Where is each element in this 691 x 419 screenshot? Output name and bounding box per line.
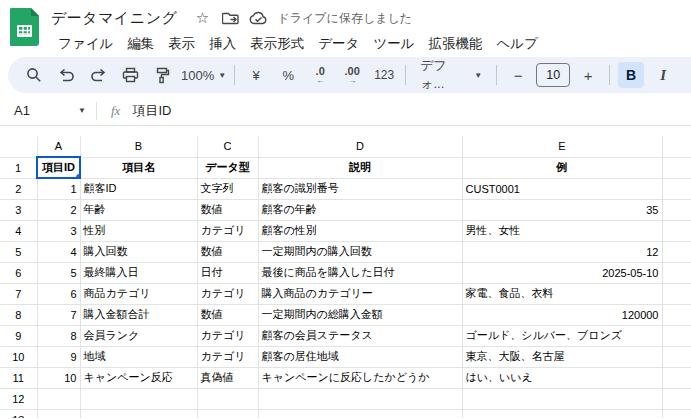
- cell-C12[interactable]: [197, 388, 258, 409]
- print-icon[interactable]: [117, 62, 143, 88]
- star-icon[interactable]: ☆: [191, 8, 213, 28]
- format-currency-button[interactable]: ¥: [243, 62, 269, 88]
- cell-E10[interactable]: 東京、大阪、名古屋: [462, 346, 662, 367]
- menu-item-4[interactable]: 表示形式: [243, 32, 311, 56]
- cell-C4[interactable]: カテゴリ: [197, 220, 258, 241]
- cell-D13[interactable]: [258, 409, 462, 418]
- column-header-A[interactable]: A: [37, 136, 80, 157]
- menu-item-1[interactable]: 編集: [120, 32, 161, 56]
- increase-font-size-button[interactable]: +: [575, 62, 601, 88]
- cell-E2[interactable]: CUST0001: [462, 178, 662, 199]
- undo-icon[interactable]: [53, 62, 79, 88]
- cell-B7[interactable]: 商品カテゴリ: [80, 283, 197, 304]
- cell-C7[interactable]: カテゴリ: [197, 283, 258, 304]
- cell-E9[interactable]: ゴールド、シルバー、ブロンズ: [462, 325, 662, 346]
- cell-D2[interactable]: 顧客の識別番号: [258, 178, 462, 199]
- cell-E12[interactable]: [462, 388, 662, 409]
- row-header-1[interactable]: 1: [0, 157, 37, 178]
- cell-E8[interactable]: 120000: [462, 304, 662, 325]
- cell-A1[interactable]: 項目ID: [37, 157, 80, 178]
- column-header-F[interactable]: [662, 136, 691, 157]
- cell-D10[interactable]: 顧客の居住地域: [258, 346, 462, 367]
- cell-F1[interactable]: [662, 157, 691, 178]
- cell-C1[interactable]: データ型: [197, 157, 258, 178]
- cell-F9[interactable]: [662, 325, 691, 346]
- formula-input[interactable]: 項目ID: [132, 102, 171, 120]
- column-header-C[interactable]: C: [197, 136, 258, 157]
- fill-handle[interactable]: [76, 174, 80, 178]
- decrease-font-size-button[interactable]: −: [505, 62, 531, 88]
- cell-F13[interactable]: [662, 409, 691, 418]
- cell-D4[interactable]: 顧客の性別: [258, 220, 462, 241]
- menu-item-8[interactable]: ヘルプ: [490, 32, 545, 56]
- cell-F7[interactable]: [662, 283, 691, 304]
- cell-C6[interactable]: 日付: [197, 262, 258, 283]
- cell-E7[interactable]: 家電、食品、衣料: [462, 283, 662, 304]
- cell-C9[interactable]: カテゴリ: [197, 325, 258, 346]
- cell-B9[interactable]: 会員ランク: [80, 325, 197, 346]
- cell-A10[interactable]: 9: [37, 346, 80, 367]
- cell-C10[interactable]: カテゴリ: [197, 346, 258, 367]
- row-header-11[interactable]: 11: [0, 367, 37, 388]
- cell-D11[interactable]: キャンペーンに反応したかどうか: [258, 367, 462, 388]
- menu-item-0[interactable]: ファイル: [51, 32, 120, 56]
- cell-B10[interactable]: 地域: [80, 346, 197, 367]
- cell-B11[interactable]: キャンペーン反応: [80, 367, 197, 388]
- cell-F4[interactable]: [662, 220, 691, 241]
- column-header-E[interactable]: E: [462, 136, 662, 157]
- font-size-input[interactable]: 10: [536, 63, 570, 87]
- row-header-6[interactable]: 6: [0, 262, 37, 283]
- cell-A13[interactable]: [37, 409, 80, 418]
- increase-decimal-button[interactable]: .00→: [339, 62, 365, 88]
- cell-B1[interactable]: 項目名: [80, 157, 197, 178]
- cell-F12[interactable]: [662, 388, 691, 409]
- cell-B12[interactable]: [80, 388, 197, 409]
- cell-E4[interactable]: 男性、女性: [462, 220, 662, 241]
- row-header-8[interactable]: 8: [0, 304, 37, 325]
- row-header-2[interactable]: 2: [0, 178, 37, 199]
- cell-C2[interactable]: 文字列: [197, 178, 258, 199]
- cell-B2[interactable]: 顧客ID: [80, 178, 197, 199]
- cell-C13[interactable]: [197, 409, 258, 418]
- cell-D8[interactable]: 一定期間内の総購入金額: [258, 304, 462, 325]
- format-percent-button[interactable]: %: [275, 62, 301, 88]
- bold-button[interactable]: B: [618, 62, 644, 88]
- cell-A6[interactable]: 5: [37, 262, 80, 283]
- cell-A3[interactable]: 2: [37, 199, 80, 220]
- cell-D12[interactable]: [258, 388, 462, 409]
- cell-B5[interactable]: 購入回数: [80, 241, 197, 262]
- row-header-7[interactable]: 7: [0, 283, 37, 304]
- column-header-B[interactable]: B: [80, 136, 197, 157]
- cell-A9[interactable]: 8: [37, 325, 80, 346]
- cell-D9[interactable]: 顧客の会員ステータス: [258, 325, 462, 346]
- cloud-saved-icon[interactable]: [247, 8, 269, 28]
- cell-F5[interactable]: [662, 241, 691, 262]
- cell-A4[interactable]: 3: [37, 220, 80, 241]
- font-family-select[interactable]: デフォ... ▼: [414, 62, 488, 88]
- select-all-corner[interactable]: [0, 136, 37, 157]
- document-title[interactable]: データマイニング: [51, 9, 177, 28]
- menu-item-2[interactable]: 表示: [161, 32, 202, 56]
- cell-F2[interactable]: [662, 178, 691, 199]
- menu-item-6[interactable]: ツール: [366, 32, 421, 56]
- cell-E6[interactable]: 2025-05-10: [462, 262, 662, 283]
- cell-E11[interactable]: はい、いいえ: [462, 367, 662, 388]
- row-header-12[interactable]: 12: [0, 388, 37, 409]
- cell-F8[interactable]: [662, 304, 691, 325]
- cell-F10[interactable]: [662, 346, 691, 367]
- cell-D1[interactable]: 説明: [258, 157, 462, 178]
- menu-item-7[interactable]: 拡張機能: [422, 32, 490, 56]
- sheets-logo-icon[interactable]: [10, 8, 39, 46]
- menu-item-5[interactable]: データ: [311, 32, 366, 56]
- cell-E13[interactable]: [462, 409, 662, 418]
- cell-E3[interactable]: 35: [462, 199, 662, 220]
- cell-B13[interactable]: [80, 409, 197, 418]
- row-header-9[interactable]: 9: [0, 325, 37, 346]
- cell-A12[interactable]: [37, 388, 80, 409]
- cell-B3[interactable]: 年齢: [80, 199, 197, 220]
- cell-A7[interactable]: 6: [37, 283, 80, 304]
- row-header-3[interactable]: 3: [0, 199, 37, 220]
- cell-C5[interactable]: 数値: [197, 241, 258, 262]
- cell-F11[interactable]: [662, 367, 691, 388]
- menu-item-3[interactable]: 挿入: [202, 32, 243, 56]
